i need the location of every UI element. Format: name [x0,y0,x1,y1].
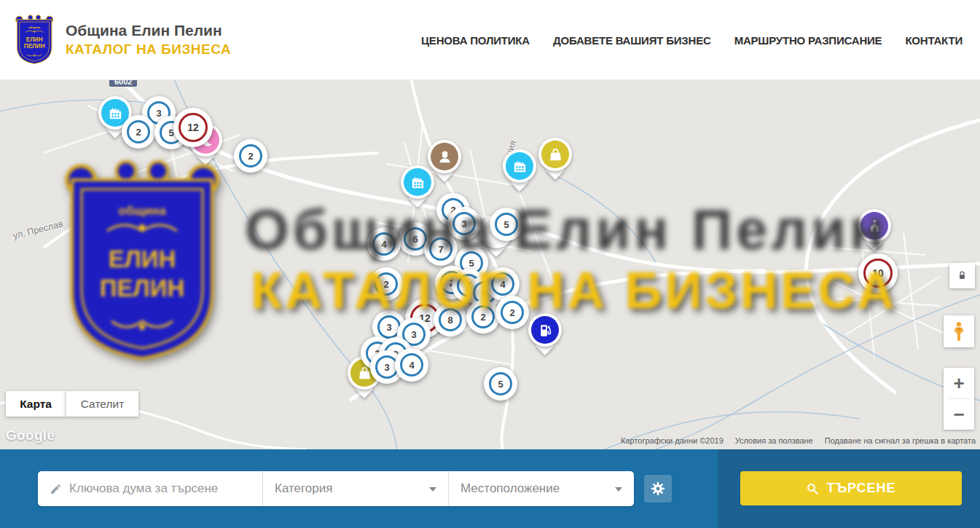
site-header: община ЕЛИН ПЕЛИН Община Елин Пелин КАТА… [0,0,980,80]
church-pin-marker[interactable] [858,209,891,243]
street-view-pegman-button[interactable] [944,315,974,347]
map-attribution: Картографски данни ©2019Условия за ползв… [621,436,976,445]
cluster-count: 2 [471,305,495,328]
factory-icon [506,152,533,180]
cluster-count: 2 [501,301,524,324]
pencil-icon [50,483,62,495]
cluster-count: 5 [489,372,512,395]
search-button[interactable]: ТЪРСЕНЕ [740,471,962,505]
cluster-marker[interactable]: 2 [369,267,403,301]
map-type-map-button[interactable]: Карта [6,391,66,417]
category-select-label: Категория [275,481,332,496]
shopping-bag-icon [541,141,569,168]
pin-circle [858,209,891,243]
cluster-marker[interactable]: 12 [173,108,213,147]
site-title: Община Елин Пелин [66,22,231,39]
cluster-count: 4 [400,353,423,377]
cluster-marker[interactable]: 4 [367,227,401,261]
cluster-marker[interactable]: 5 [484,367,517,401]
keyword-search-field[interactable] [38,471,262,506]
main-nav: ЦЕНОВА ПОЛИТИКАДОБАВЕТЕ ВАШИЯТ БИЗНЕСМАР… [421,0,963,80]
attribution-terms-link[interactable]: Условия за ползване [735,436,813,445]
pegman-icon [949,320,968,342]
pin-circle [528,313,562,347]
cluster-marker[interactable]: 5 [490,208,523,241]
cluster-marker[interactable]: 2 [495,296,529,329]
zoom-out-button[interactable]: − [944,399,974,430]
attribution-data-notice: Картографски данни ©2019 [621,436,724,445]
cluster-count: 10 [863,259,893,288]
advanced-search-settings-button[interactable] [644,475,672,503]
pin-circle [538,138,572,171]
church-icon [861,212,888,240]
search-panel-left: Категория Местоположение [0,449,718,528]
gear-icon [650,481,666,497]
chevron-down-icon [429,487,436,492]
zoom-control: + − [944,368,974,430]
pin-circle [428,140,461,173]
cluster-count: 12 [179,113,208,142]
search-bar: Категория Местоположение [0,449,980,528]
chevron-down-icon [615,487,622,492]
crest-text-line2: ПЕЛИН [24,43,45,50]
cluster-count: 2 [375,272,398,296]
lock-icon [957,270,968,281]
keyword-search-input[interactable] [69,481,252,496]
site-subtitle: КАТАЛОГ НА БИЗНЕСА [66,42,231,58]
search-panel-right: ТЪРСЕНЕ [718,449,980,528]
map-canvas[interactable]: 325122235647522784128223338345106002ул. … [0,80,980,449]
search-button-label: ТЪРСЕНЕ [826,481,895,496]
cluster-marker[interactable]: 2 [466,300,500,334]
cluster-marker[interactable]: 7 [424,232,458,266]
location-select[interactable]: Местоположение [448,471,634,506]
cluster-count: 8 [439,308,462,331]
cluster-count: 4 [491,272,514,296]
cluster-marker[interactable]: 2 [234,139,267,173]
cluster-marker[interactable]: 4 [395,348,428,382]
factory-pin-marker[interactable] [503,149,536,183]
cluster-count: 5 [495,213,518,236]
fuel-pin-marker[interactable] [528,313,562,347]
worker-pin-marker[interactable] [428,140,461,173]
nav-item-add-business[interactable]: ДОБАВЕТЕ ВАШИЯТ БИЗНЕС [553,34,711,47]
cluster-marker[interactable]: 10 [858,253,898,293]
attribution-report-error-link[interactable]: Подаване на сигнал за грешка в картата [825,436,976,445]
cluster-count: 2 [127,120,150,143]
nav-item-schedule[interactable]: МАРШРУТНО РАЗПИСАНИЕ [734,34,882,47]
fuel-icon [531,316,559,344]
crest-text-top: община [28,25,41,28]
zoom-in-button[interactable]: + [944,368,974,398]
nav-item-contacts[interactable]: КОНТАКТИ [905,34,963,47]
road-number-label: 6002 [109,80,137,87]
shopping-bag-pin-marker[interactable] [538,138,572,171]
nav-item-pricing[interactable]: ЦЕНОВА ПОЛИТИКА [421,34,530,47]
location-select-label: Местоположение [460,481,560,496]
municipality-crest-logo: община ЕЛИН ПЕЛИН [15,14,55,66]
cluster-count: 2 [239,144,262,168]
cluster-marker[interactable]: 8 [434,303,467,336]
cluster-count: 4 [372,232,396,256]
category-select[interactable]: Категория [262,471,448,506]
search-icon [806,482,819,495]
cluster-marker[interactable]: 3 [447,207,481,240]
crest-text-line1: ЕЛИН [26,36,43,42]
cluster-count: 3 [452,212,476,235]
google-logo[interactable]: Google [6,427,55,444]
cluster-marker[interactable]: 2 [122,115,155,149]
map-type-satellite-button[interactable]: Сателит [66,391,138,417]
cluster-count: 7 [429,237,452,261]
pin-circle [503,149,536,183]
search-fields-group: Категория Местоположение [38,471,634,506]
worker-icon [431,143,458,170]
lock-control-button[interactable] [949,263,975,288]
